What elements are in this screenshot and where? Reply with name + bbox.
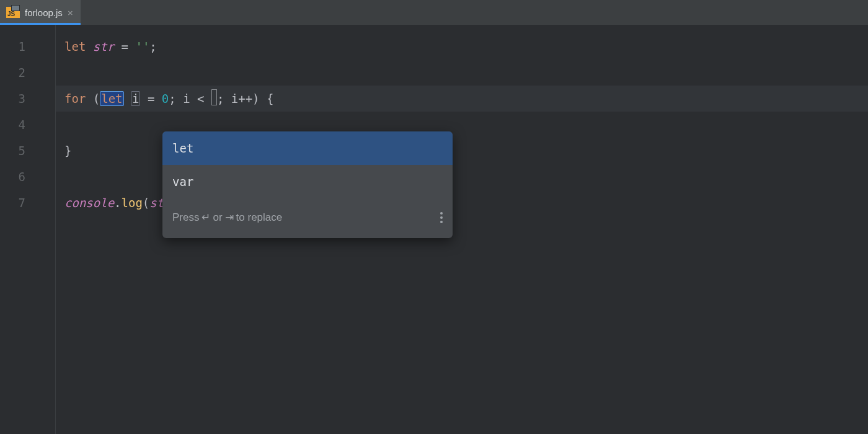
js-file-icon: JS xyxy=(6,7,20,18)
code-line xyxy=(64,60,868,86)
file-tab[interactable]: JS forloop.js × xyxy=(0,0,81,25)
line-number: 4 xyxy=(0,112,25,138)
code-editor[interactable]: 1 2 3 4 5 6 7 let str = ''; for (let i =… xyxy=(0,25,868,434)
completion-popup: let var Press ↵ or ⇥ to replace xyxy=(162,131,453,238)
code-line: for (let i = 0; i < ; i++) { xyxy=(56,86,868,112)
template-variable: i xyxy=(131,91,140,106)
template-variable-empty xyxy=(211,89,217,105)
enter-key-icon: ↵ xyxy=(202,205,210,231)
line-number: 5 xyxy=(0,138,25,164)
line-number: 3 xyxy=(0,86,25,112)
template-variable-active: let xyxy=(100,91,123,106)
line-number: 1 xyxy=(0,33,25,60)
line-number-gutter: 1 2 3 4 5 6 7 xyxy=(0,25,56,434)
line-number: 2 xyxy=(0,60,25,86)
completion-hint: Press ↵ or ⇥ to replace xyxy=(162,198,453,238)
line-number: 6 xyxy=(0,164,25,190)
more-options-icon[interactable] xyxy=(439,211,444,224)
close-tab-icon[interactable]: × xyxy=(68,7,73,18)
code-area[interactable]: let str = ''; for (let i = 0; i < ; i++)… xyxy=(56,25,868,434)
completion-item[interactable]: var xyxy=(162,165,453,198)
completion-item[interactable]: let xyxy=(162,131,453,165)
tab-key-icon: ⇥ xyxy=(225,205,234,231)
code-line: let str = ''; xyxy=(64,33,868,60)
tab-bar: JS forloop.js × xyxy=(0,0,868,25)
tab-title: forloop.js xyxy=(25,7,63,18)
line-number: 7 xyxy=(0,190,25,216)
